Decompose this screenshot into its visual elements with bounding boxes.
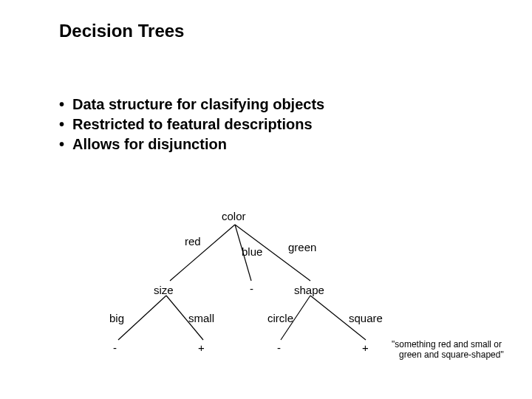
edge-label-blue: blue <box>242 245 262 258</box>
edge-label-green: green <box>288 241 316 253</box>
edge-size-big <box>118 296 166 340</box>
edge-label-circle: circle <box>267 312 293 324</box>
node-shape: shape <box>294 284 324 296</box>
edge-label-big: big <box>109 312 124 324</box>
leaf-circle: - <box>277 341 281 354</box>
caption-line2: green and square-shaped" <box>399 350 504 361</box>
leaf-square: + <box>362 341 369 354</box>
leaf-blue: - <box>250 282 253 295</box>
edge-label-small: small <box>188 312 214 324</box>
edge-color-red <box>170 225 235 281</box>
edge-label-red: red <box>185 235 201 248</box>
edge-label-square: square <box>349 312 383 324</box>
caption-line1: "something red and small or <box>392 340 502 350</box>
leaf-small: + <box>198 341 205 354</box>
slide: Decision Trees •Data structure for clasi… <box>0 0 532 399</box>
node-size: size <box>154 284 174 296</box>
node-color: color <box>222 210 246 222</box>
leaf-big: - <box>113 341 117 354</box>
